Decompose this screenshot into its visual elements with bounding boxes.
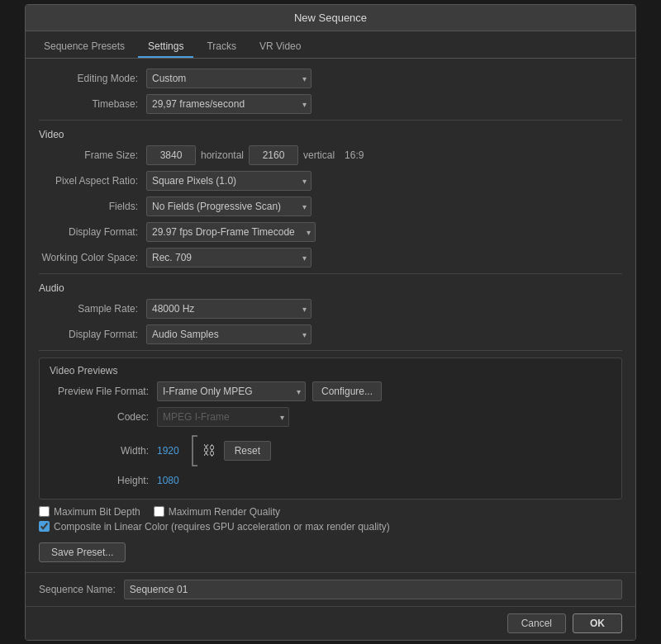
tab-sequence-presets[interactable]: Sequence Presets	[34, 36, 135, 58]
display-format-row: Display Format: 29.97 fps Drop-Frame Tim…	[39, 222, 622, 242]
audio-display-format-select[interactable]: Audio Samples	[146, 324, 311, 344]
audio-section-header: Audio	[39, 282, 622, 294]
bottom-buttons: Cancel OK	[26, 606, 635, 640]
editing-mode-label: Editing Mode:	[39, 73, 146, 84]
max-render-quality-checkbox[interactable]	[154, 506, 164, 517]
max-render-quality-checkbox-item[interactable]: Maximum Render Quality	[154, 506, 280, 518]
link-icon[interactable]: ⛓	[202, 443, 216, 458]
height-row: Height: 1080	[50, 475, 611, 486]
fields-label: Fields:	[39, 201, 146, 212]
tab-vr-video[interactable]: VR Video	[250, 36, 311, 58]
audio-display-format-label: Display Format:	[39, 329, 146, 340]
width-value: 1920	[157, 445, 179, 457]
audio-display-format-row: Display Format: Audio Samples	[39, 324, 622, 344]
frame-size-inputs: horizontal vertical 16:9	[146, 145, 369, 165]
sequence-name-label: Sequence Name:	[39, 584, 116, 595]
preview-file-format-select[interactable]: I-Frame Only MPEG	[157, 381, 306, 401]
height-value: 1080	[157, 475, 179, 486]
vertical-label: vertical	[303, 149, 335, 161]
fields-select[interactable]: No Fields (Progressive Scan)	[146, 197, 311, 216]
timebase-row: Timebase: 29,97 frames/second	[39, 94, 622, 114]
width-label: Width:	[50, 445, 157, 457]
frame-size-row: Frame Size: horizontal vertical 16:9	[39, 145, 622, 165]
sample-rate-select[interactable]: 48000 Hz	[146, 299, 311, 319]
pixel-aspect-label: Pixel Aspect Ratio:	[39, 175, 146, 187]
dimensions-section: Width: 1920 ⛓ Reset Height: 1080	[50, 433, 611, 492]
codec-row: Codec: MPEG I-Frame	[50, 407, 611, 427]
dialog-title-bar: New Sequence	[26, 5, 635, 31]
working-color-select[interactable]: Rec. 709	[146, 248, 311, 268]
timebase-select-wrap: 29,97 frames/second	[146, 94, 311, 114]
aspect-ratio: 16:9	[345, 149, 364, 161]
frame-size-label: Frame Size:	[39, 149, 146, 161]
video-previews-label: Video Previews	[50, 365, 611, 376]
preview-file-format-row: Preview File Format: I-Frame Only MPEG C…	[50, 381, 611, 401]
settings-content: Editing Mode: Custom Timebase: 29,97 fra…	[26, 59, 635, 572]
display-format-select[interactable]: 29.97 fps Drop-Frame Timecode	[146, 222, 316, 242]
timebase-label: Timebase:	[39, 98, 146, 110]
save-preset-button[interactable]: Save Preset...	[39, 542, 126, 562]
pixel-aspect-select-wrap: Square Pixels (1.0)	[146, 171, 311, 191]
frame-height-input[interactable]	[249, 145, 298, 165]
codec-select[interactable]: MPEG I-Frame	[157, 407, 289, 427]
composite-label: Composite in Linear Color (requires GPU …	[54, 521, 390, 533]
bracket-icon	[189, 433, 201, 469]
max-bit-depth-checkbox-item[interactable]: Maximum Bit Depth	[39, 506, 140, 518]
frame-width-input[interactable]	[146, 145, 196, 165]
preview-file-format-select-wrap: I-Frame Only MPEG	[157, 381, 306, 401]
max-bit-depth-checkbox[interactable]	[39, 506, 50, 517]
working-color-row: Working Color Space: Rec. 709	[39, 248, 622, 268]
tab-tracks[interactable]: Tracks	[197, 36, 246, 58]
width-row: Width: 1920 ⛓ Reset	[50, 433, 611, 469]
display-format-select-wrap: 29.97 fps Drop-Frame Timecode	[146, 222, 316, 242]
link-bracket-area: ⛓	[189, 433, 216, 469]
fields-select-wrap: No Fields (Progressive Scan)	[146, 197, 311, 216]
checkboxes-row: Maximum Bit Depth Maximum Render Quality	[39, 506, 622, 518]
ok-button[interactable]: OK	[573, 613, 622, 633]
working-color-label: Working Color Space:	[39, 252, 146, 263]
editing-mode-select[interactable]: Custom	[146, 69, 311, 88]
fields-row: Fields: No Fields (Progressive Scan)	[39, 197, 622, 216]
sample-rate-row: Sample Rate: 48000 Hz	[39, 299, 622, 319]
composite-checkbox[interactable]	[39, 521, 50, 532]
codec-select-wrap: MPEG I-Frame	[157, 407, 289, 427]
timebase-select[interactable]: 29,97 frames/second	[146, 94, 311, 114]
horizontal-label: horizontal	[201, 149, 244, 161]
editing-mode-row: Editing Mode: Custom	[39, 69, 622, 88]
configure-button[interactable]: Configure...	[312, 381, 382, 401]
video-section-header: Video	[39, 129, 622, 140]
tabs-container: Sequence Presets Settings Tracks VR Vide…	[26, 31, 635, 59]
audio-display-format-select-wrap: Audio Samples	[146, 324, 311, 344]
sample-rate-select-wrap: 48000 Hz	[146, 299, 311, 319]
sequence-name-input[interactable]	[124, 580, 622, 599]
working-color-select-wrap: Rec. 709	[146, 248, 311, 268]
display-format-label: Display Format:	[39, 226, 146, 238]
preview-file-format-label: Preview File Format:	[50, 386, 157, 397]
height-label: Height:	[50, 475, 157, 486]
tab-settings[interactable]: Settings	[138, 36, 193, 58]
new-sequence-dialog: New Sequence Sequence Presets Settings T…	[25, 4, 636, 641]
codec-label: Codec:	[50, 411, 157, 423]
sequence-name-bar: Sequence Name:	[26, 572, 635, 606]
sample-rate-label: Sample Rate:	[39, 303, 146, 315]
composite-row: Composite in Linear Color (requires GPU …	[39, 521, 622, 533]
max-bit-depth-label: Maximum Bit Depth	[54, 506, 140, 518]
pixel-aspect-row: Pixel Aspect Ratio: Square Pixels (1.0)	[39, 171, 622, 191]
pixel-aspect-select[interactable]: Square Pixels (1.0)	[146, 171, 311, 191]
dialog-title: New Sequence	[294, 12, 367, 24]
reset-button[interactable]: Reset	[224, 441, 271, 461]
video-previews-section: Video Previews Preview File Format: I-Fr…	[39, 358, 622, 500]
max-render-quality-label: Maximum Render Quality	[169, 506, 280, 518]
editing-mode-select-wrap: Custom	[146, 69, 311, 88]
cancel-button[interactable]: Cancel	[507, 613, 566, 633]
